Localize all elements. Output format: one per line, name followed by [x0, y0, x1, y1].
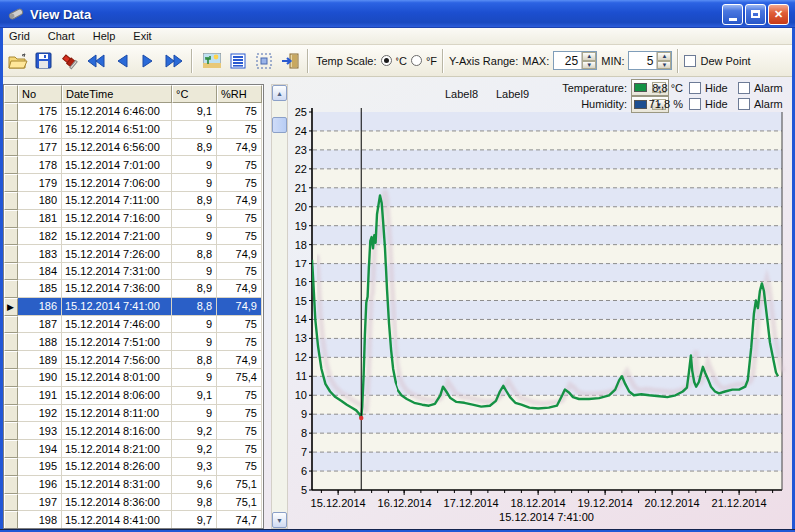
cell-temperature: 9 [172, 174, 217, 192]
cell-no: 178 [18, 156, 62, 174]
row-indicator [4, 333, 18, 351]
table-row[interactable]: 18515.12.2014 7:36:008,974,9 [4, 280, 263, 298]
cell-humidity: 75 [217, 422, 262, 440]
min-label: MIN: [601, 55, 624, 67]
exit-icon[interactable] [277, 48, 302, 73]
row-indicator [4, 103, 18, 121]
cell-datetime: 15.12.2014 7:41:00 [62, 298, 172, 316]
cell-temperature: 9,2 [172, 422, 217, 440]
window-border-left [0, 28, 3, 532]
min-spin-up-icon[interactable]: ▲ [657, 52, 671, 61]
svg-text:12: 12 [295, 351, 307, 363]
data-grid[interactable]: NoDateTime°C%RH17515.12.2014 6:46:009,17… [3, 84, 264, 529]
y-axis-max-spinner[interactable]: 25 ▲▼ [553, 51, 597, 70]
table-row[interactable]: 19615.12.2014 8:31:009,675,1 [4, 476, 263, 494]
table-row[interactable]: 19115.12.2014 8:06:009,175 [4, 387, 263, 405]
column-header-datetime[interactable]: DateTime [62, 85, 172, 103]
cell-datetime: 15.12.2014 6:56:00 [62, 139, 172, 157]
table-row[interactable]: 19515.12.2014 8:26:009,375 [4, 458, 263, 476]
table-row[interactable]: ▶18615.12.2014 7:41:008,874,9 [4, 298, 263, 316]
title-bar: View Data ✕ [0, 0, 795, 28]
cell-no: 188 [18, 333, 62, 351]
table-row[interactable]: 19015.12.2014 8:01:00975,4 [4, 369, 263, 387]
table-row[interactable]: 18915.12.2014 7:56:008,874,9 [4, 351, 263, 369]
scrollbar-thumb[interactable] [272, 117, 287, 133]
cell-temperature: 9 [172, 369, 217, 387]
hide-humidity-checkbox[interactable] [689, 98, 701, 110]
y-axis-max-value[interactable]: 25 [554, 52, 581, 69]
table-row[interactable]: 18715.12.2014 7:46:00975 [4, 316, 263, 334]
content-area: 567891011121314151617181920212223242515.… [0, 77, 795, 532]
dew-point-checkbox[interactable] [684, 55, 696, 67]
table-row[interactable]: 17715.12.2014 6:56:008,974,9 [4, 139, 263, 157]
cell-temperature: 9 [172, 333, 217, 351]
minimize-button[interactable] [722, 4, 743, 25]
cell-no: 194 [18, 440, 62, 458]
svg-text:10: 10 [295, 389, 307, 401]
table-row[interactable]: 19415.12.2014 8:21:009,275 [4, 440, 263, 458]
cell-datetime: 15.12.2014 8:31:00 [62, 476, 172, 494]
svg-text:25: 25 [295, 106, 307, 118]
cell-datetime: 15.12.2014 6:51:00 [62, 121, 172, 139]
table-row[interactable]: 17915.12.2014 7:06:00975 [4, 174, 263, 192]
first-record-icon[interactable] [83, 48, 108, 73]
picture-icon[interactable] [199, 48, 224, 73]
table-row[interactable]: 19215.12.2014 8:11:00975 [4, 405, 263, 423]
alarm-temperature-label: Alarm [754, 82, 783, 94]
table-row[interactable]: 17815.12.2014 7:01:00975 [4, 156, 263, 174]
save-icon[interactable] [31, 48, 56, 73]
table-row[interactable]: 18015.12.2014 7:11:008,974,9 [4, 192, 263, 210]
table-row[interactable]: 18115.12.2014 7:16:00975 [4, 210, 263, 228]
table-row[interactable]: 18815.12.2014 7:51:00975 [4, 333, 263, 351]
cell-temperature: 9,3 [172, 458, 217, 476]
svg-text:5: 5 [301, 484, 307, 496]
cell-temperature: 9,1 [172, 103, 217, 121]
table-row[interactable]: 18415.12.2014 7:31:00975 [4, 263, 263, 280]
close-button[interactable]: ✕ [768, 4, 789, 25]
menu-chart[interactable]: Chart [39, 29, 84, 43]
min-spin-down-icon[interactable]: ▼ [657, 61, 671, 70]
y-axis-min-spinner[interactable]: 5 ▲▼ [628, 51, 672, 70]
cell-datetime: 15.12.2014 7:26:00 [62, 245, 172, 263]
menu-exit[interactable]: Exit [124, 29, 160, 43]
menu-help[interactable]: Help [84, 29, 125, 43]
column-header-rh[interactable]: %RH [217, 85, 262, 103]
table-row[interactable]: 17615.12.2014 6:51:00975 [4, 121, 263, 139]
table-row[interactable]: 18315.12.2014 7:26:008,874,9 [4, 245, 263, 263]
menu-bar: Grid Chart Help Exit [0, 28, 795, 45]
cell-humidity: 74,9 [217, 280, 262, 298]
celsius-radio[interactable] [381, 55, 392, 66]
cell-temperature: 9 [172, 405, 217, 423]
table-row[interactable]: 19815.12.2014 8:41:009,774,7 [4, 511, 263, 529]
table-row[interactable]: 17515.12.2014 6:46:009,175 [4, 103, 263, 121]
grid-vertical-scrollbar[interactable]: ▲ ▼ [271, 84, 288, 529]
next-record-icon[interactable] [135, 48, 160, 73]
select-icon[interactable] [251, 48, 276, 73]
scroll-up-icon[interactable]: ▲ [272, 85, 287, 101]
grid-view-icon[interactable] [225, 48, 250, 73]
table-row[interactable]: 19715.12.2014 8:36:009,875,1 [4, 494, 263, 512]
prev-record-icon[interactable] [109, 48, 134, 73]
hide-temperature-checkbox[interactable] [689, 82, 701, 94]
alarm-humidity-checkbox[interactable] [738, 98, 750, 110]
max-spin-down-icon[interactable]: ▼ [582, 61, 596, 70]
menu-grid[interactable]: Grid [0, 29, 39, 43]
column-header-c[interactable]: °C [172, 85, 217, 103]
label9: Label9 [496, 88, 529, 100]
table-row[interactable]: 18215.12.2014 7:21:00975 [4, 228, 263, 246]
flashlight-icon[interactable] [57, 48, 82, 73]
fahrenheit-radio[interactable] [411, 55, 422, 66]
column-header-no[interactable]: No [18, 85, 62, 103]
maximize-button[interactable] [745, 4, 766, 25]
max-spin-up-icon[interactable]: ▲ [582, 52, 596, 61]
cell-no: 183 [18, 245, 62, 263]
scroll-down-icon[interactable]: ▼ [272, 512, 287, 528]
alarm-temperature-checkbox[interactable] [738, 82, 750, 94]
last-record-icon[interactable] [161, 48, 186, 73]
cell-no: 176 [18, 121, 62, 139]
table-row[interactable]: 19315.12.2014 8:16:009,275 [4, 422, 263, 440]
y-axis-min-value[interactable]: 5 [629, 52, 656, 69]
cell-humidity: 75 [217, 263, 262, 280]
alarm-humidity-label: Alarm [754, 98, 783, 110]
open-icon[interactable] [5, 48, 30, 73]
